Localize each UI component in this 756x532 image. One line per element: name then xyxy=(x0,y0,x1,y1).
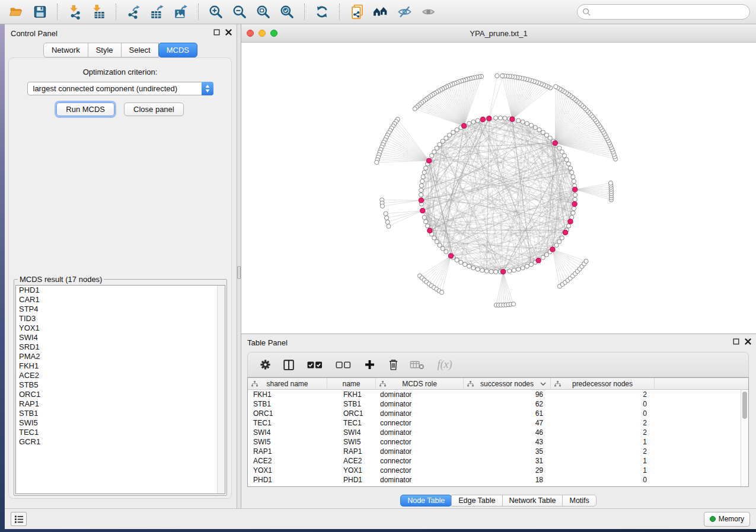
network-node[interactable] xyxy=(471,266,476,270)
float-panel-icon[interactable] xyxy=(733,338,739,345)
cell-role[interactable]: connector xyxy=(376,418,464,428)
mcds-result-item[interactable]: ACE2 xyxy=(16,371,225,380)
network-node[interactable] xyxy=(529,262,533,267)
network-node[interactable] xyxy=(557,146,562,150)
cell-shared_name[interactable]: SWI4 xyxy=(248,428,327,437)
cell-role[interactable]: dominator xyxy=(376,447,464,456)
network-node[interactable] xyxy=(494,270,498,274)
tab-edge-table[interactable]: Edge Table xyxy=(451,495,502,507)
network-node[interactable] xyxy=(573,197,577,201)
column-header-predecessor-nodes[interactable]: predecessor nodes xyxy=(551,378,655,390)
network-node[interactable] xyxy=(384,216,388,220)
cell-shared_name[interactable]: RAP1 xyxy=(248,447,327,456)
network-node[interactable] xyxy=(480,268,484,273)
network-node[interactable] xyxy=(544,133,548,137)
table-row[interactable]: FKH1FKH1dominator962 xyxy=(248,390,748,399)
network-dominator-node[interactable] xyxy=(480,117,485,122)
mcds-result-item[interactable]: SWI5 xyxy=(16,418,225,428)
network-dominator-node[interactable] xyxy=(462,123,467,128)
network-node[interactable] xyxy=(560,150,564,154)
tab-select[interactable]: Select xyxy=(121,43,159,57)
network-node[interactable] xyxy=(439,290,444,294)
network-node[interactable] xyxy=(448,133,452,137)
network-node[interactable] xyxy=(541,255,545,259)
cell-name[interactable]: FKH1 xyxy=(327,390,376,399)
network-node[interactable] xyxy=(435,146,439,150)
network-node[interactable] xyxy=(537,128,541,132)
mcds-result-item[interactable]: STP4 xyxy=(16,305,225,314)
network-graph[interactable] xyxy=(241,43,755,333)
function-builder-button[interactable]: f(x) xyxy=(433,357,457,373)
network-dominator-node[interactable] xyxy=(510,117,515,121)
export-image-button[interactable] xyxy=(171,2,191,21)
network-node[interactable] xyxy=(380,204,384,208)
save-session-button[interactable] xyxy=(30,2,50,21)
network-node[interactable] xyxy=(424,166,428,170)
zoom-out-button[interactable] xyxy=(229,2,250,21)
first-neighbors-button[interactable] xyxy=(371,2,391,21)
mcds-result-item[interactable]: PMA2 xyxy=(16,352,225,361)
network-dominator-node[interactable] xyxy=(501,270,506,274)
mcds-list-scrollbar[interactable] xyxy=(217,286,225,493)
network-node[interactable] xyxy=(471,120,476,124)
network-node[interactable] xyxy=(425,224,429,228)
cell-name[interactable]: TEC1 xyxy=(327,418,376,428)
network-node[interactable] xyxy=(420,179,425,183)
cell-predecessors[interactable]: 2 xyxy=(551,428,655,437)
network-node[interactable] xyxy=(413,107,417,111)
network-node[interactable] xyxy=(557,239,562,243)
cell-successors[interactable]: 61 xyxy=(464,409,551,418)
network-node[interactable] xyxy=(432,150,436,154)
column-header-MCDS-role[interactable]: MCDS role xyxy=(376,378,464,390)
cell-role[interactable]: dominator xyxy=(376,390,464,399)
criterion-select[interactable]: largest connected component (undirected) xyxy=(27,82,213,95)
mcds-result-item[interactable]: FKH1 xyxy=(16,361,225,371)
network-node[interactable] xyxy=(476,267,480,271)
network-node[interactable] xyxy=(484,269,489,273)
network-node[interactable] xyxy=(548,136,552,140)
network-node[interactable] xyxy=(467,264,471,268)
cell-successors[interactable]: 31 xyxy=(464,456,551,466)
mcds-result-item[interactable]: YOX1 xyxy=(16,323,225,333)
network-node[interactable] xyxy=(495,73,499,78)
network-node[interactable] xyxy=(572,179,576,183)
network-node[interactable] xyxy=(541,130,545,134)
mcds-result-item[interactable]: RAP1 xyxy=(16,399,225,409)
network-node[interactable] xyxy=(455,258,459,262)
tab-node-table[interactable]: Node Table xyxy=(400,495,452,507)
cell-role[interactable]: dominator xyxy=(376,409,464,418)
network-node[interactable] xyxy=(516,267,521,271)
cell-predecessors[interactable]: 2 xyxy=(551,390,655,399)
network-node[interactable] xyxy=(503,116,507,120)
network-node[interactable] xyxy=(560,236,564,240)
zoom-in-button[interactable] xyxy=(206,2,226,21)
network-node[interactable] xyxy=(525,264,529,268)
network-node[interactable] xyxy=(444,249,448,254)
network-node[interactable] xyxy=(508,269,512,273)
new-network-from-selection-button[interactable] xyxy=(347,2,367,21)
cell-role[interactable]: connector xyxy=(376,456,464,466)
table-row[interactable]: PHD1PHD1dominator180 xyxy=(248,475,748,485)
cell-name[interactable]: ACE2 xyxy=(327,456,376,466)
network-node[interactable] xyxy=(498,116,502,120)
network-node[interactable] xyxy=(385,220,390,224)
cell-shared_name[interactable]: SWI5 xyxy=(248,437,327,447)
splitter-grip[interactable] xyxy=(237,266,241,279)
delete-column-button[interactable] xyxy=(385,357,401,373)
table-settings-button[interactable] xyxy=(257,357,273,373)
network-node[interactable] xyxy=(441,139,445,143)
mcds-result-list[interactable]: PHD1CAR1STP4TID3YOX1SWI4SRD1PMA2FKH1ACE2… xyxy=(15,285,225,494)
cell-predecessors[interactable]: 0 xyxy=(551,399,655,409)
network-dominator-node[interactable] xyxy=(448,254,453,258)
network-dominator-node[interactable] xyxy=(553,140,557,145)
memory-button[interactable]: Memory xyxy=(704,512,750,527)
network-node[interactable] xyxy=(419,193,423,197)
network-dominator-node[interactable] xyxy=(487,116,492,121)
network-node[interactable] xyxy=(584,259,588,263)
cell-predecessors[interactable]: 0 xyxy=(551,475,655,485)
network-node[interactable] xyxy=(424,220,428,224)
cell-name[interactable]: ORC1 xyxy=(327,409,376,418)
network-node[interactable] xyxy=(570,170,574,174)
table-row[interactable]: YOX1YOX1connector291 xyxy=(248,466,748,475)
network-node[interactable] xyxy=(489,270,493,274)
